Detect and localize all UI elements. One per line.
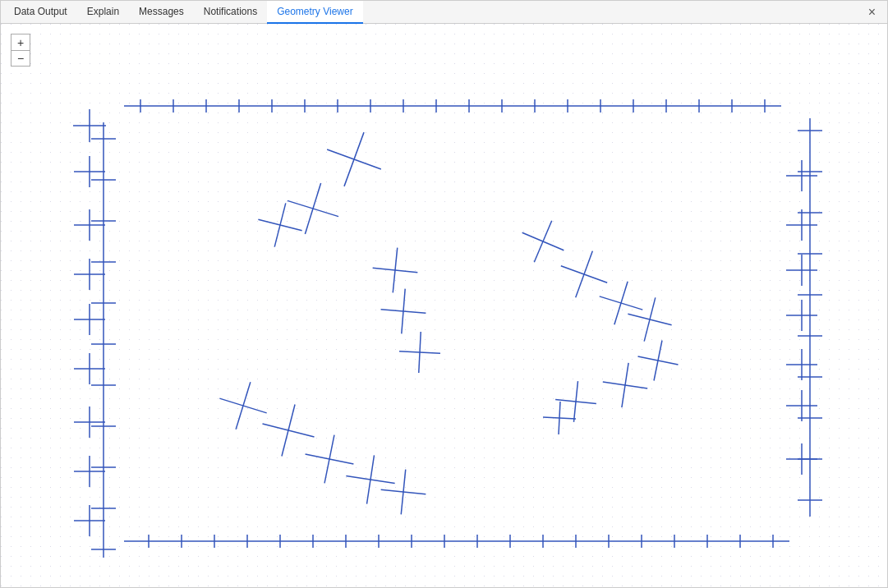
zoom-in-button[interactable]: + xyxy=(11,34,30,50)
tab-notifications[interactable]: Notifications xyxy=(194,1,267,24)
zoom-controls: + − xyxy=(11,34,30,67)
geometry-canvas xyxy=(1,24,887,587)
tab-geometry-viewer[interactable]: Geometry Viewer xyxy=(267,1,362,24)
tab-data-output[interactable]: Data Output xyxy=(4,1,77,24)
close-button[interactable]: × xyxy=(863,4,881,21)
tab-bar: Data Output Explain Messages Notificatio… xyxy=(1,1,887,24)
main-window: Data Output Explain Messages Notificatio… xyxy=(0,0,888,588)
geometry-viewer-area: + − xyxy=(1,24,887,587)
tab-explain[interactable]: Explain xyxy=(77,1,129,24)
tab-messages[interactable]: Messages xyxy=(129,1,194,24)
zoom-out-button[interactable]: − xyxy=(11,50,30,67)
